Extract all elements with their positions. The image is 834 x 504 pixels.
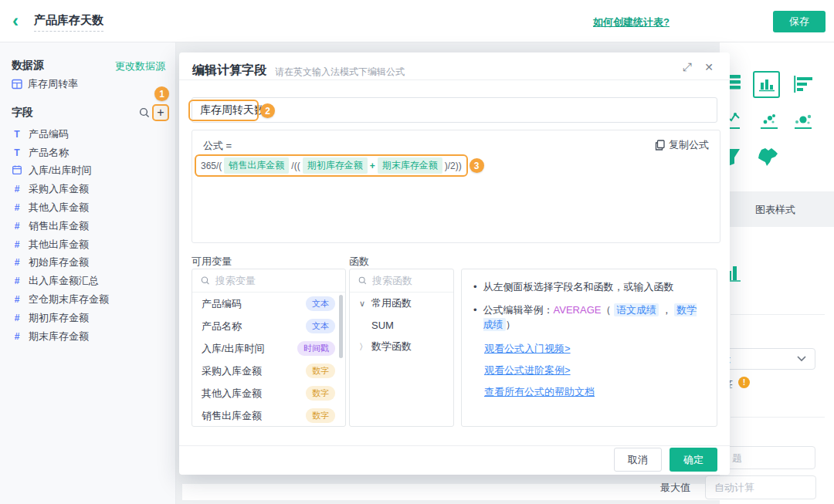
date-field-icon	[12, 165, 22, 177]
formula-token-op: /((	[291, 161, 300, 171]
formula-label: 公式 =	[203, 139, 232, 153]
function-name: SUM	[371, 320, 394, 331]
sidebar-field-item[interactable]: #采购入库金额	[0, 180, 176, 198]
sidebar-field-item[interactable]: #初始库存金额	[0, 254, 176, 272]
china-map-chart-icon[interactable]	[755, 147, 778, 167]
panel-tab-bar: 图表样式	[720, 191, 834, 227]
change-datasource-link[interactable]: 更改数据源	[115, 59, 165, 73]
variable-item[interactable]: 其他入库金额数字	[192, 382, 345, 404]
number-field-icon: #	[12, 184, 22, 194]
max-value-input[interactable]	[705, 475, 816, 499]
close-icon[interactable]: ✕	[704, 61, 714, 73]
variable-type-badge: 数字	[306, 364, 335, 378]
field-name: 入库/出库时间	[29, 164, 92, 178]
formula-editor[interactable]: 公式 = 复制公式 365/(销售出库金额/((期初库存金额+期末库存金额)/2…	[192, 130, 720, 243]
annotation-step-2-badge: 2	[260, 103, 275, 118]
variable-name: 采购入库金额	[202, 364, 262, 378]
search-icon	[201, 276, 210, 286]
max-value-label: 最大值	[660, 481, 690, 495]
confirm-button[interactable]: 确定	[670, 448, 717, 472]
how-to-create-report-link[interactable]: 如何创建统计表?	[593, 15, 670, 29]
function-search[interactable]	[350, 269, 453, 293]
function-search-input[interactable]	[372, 275, 445, 286]
sidebar-field-item[interactable]: #其他出库金额	[0, 235, 176, 254]
variable-item[interactable]: 产品名称文本	[192, 315, 345, 337]
variable-name: 销售出库金额	[202, 409, 262, 423]
variable-item[interactable]: 销售出库金额数字	[192, 404, 345, 427]
sidebar-field-item[interactable]: 入库/出库时间	[0, 162, 176, 181]
chart-canvas-card	[182, 484, 720, 500]
copy-formula-button[interactable]: 复制公式	[655, 138, 709, 152]
add-calculated-field-button[interactable]: +	[152, 104, 169, 121]
variable-item[interactable]: 产品编码文本	[192, 293, 345, 315]
scrollbar-thumb[interactable]	[339, 295, 343, 358]
number-field-icon: #	[12, 202, 22, 213]
bubble-chart-icon[interactable]	[794, 113, 812, 131]
text-field-icon: T	[12, 129, 22, 140]
example-function-name: AVERAGE	[554, 304, 602, 316]
field-name: 产品名称	[29, 146, 69, 160]
help-bullet-1: • 从左侧面板选择字段名和函数，或输入函数	[473, 279, 705, 294]
tab-chart-style[interactable]: 图表样式	[755, 203, 795, 217]
variable-item[interactable]: 采购入库金额数字	[192, 360, 345, 382]
cancel-button[interactable]: 取消	[614, 448, 662, 472]
sidebar-field-item[interactable]: #销售出库金额	[0, 217, 176, 235]
datasource-item-label: 库存周转率	[28, 77, 78, 91]
function-group-label: 常用函数	[371, 296, 412, 310]
function-group[interactable]: 〉数学函数	[350, 336, 453, 357]
fields-section-label: 字段	[12, 106, 33, 120]
dialog-title: 编辑计算字段	[192, 63, 266, 79]
function-item[interactable]: SUM	[350, 314, 453, 336]
formula-expression: 365/(销售出库金额/((期初库存金额+期末库存金额)/2))	[195, 154, 468, 177]
divider	[731, 417, 825, 418]
variable-name: 产品名称	[202, 320, 242, 333]
sidebar-field-item[interactable]: #期初库存金额	[0, 309, 176, 327]
help-bullet-2: • 公式编辑举例：AVERAGE（ 语文成绩 ， 数学成绩）	[473, 303, 705, 332]
field-name: 空仓期末库存金额	[29, 293, 109, 306]
help-link-3[interactable]: 查看所有公式的帮助文档	[484, 384, 705, 400]
divider	[179, 79, 730, 80]
field-name: 销售出库金额	[29, 219, 89, 233]
copy-formula-label: 复制公式	[669, 138, 709, 152]
variable-item[interactable]: 入库/出库时间时间戳	[192, 337, 345, 360]
save-button[interactable]: 保存	[773, 11, 826, 32]
function-group-label: 数学函数	[371, 340, 412, 353]
scatter-chart-icon[interactable]	[760, 113, 778, 131]
help-link-2[interactable]: 观看公式进阶案例>	[484, 362, 705, 378]
variable-name: 入库/出库时间	[202, 342, 265, 356]
sidebar-field-item[interactable]: #出入库金额汇总	[0, 272, 176, 290]
sidebar-field-item[interactable]: #期末库存金额	[0, 327, 176, 346]
formula-token-op: 365/(	[201, 161, 222, 171]
top-bar: ‹ 产品库存天数 如何创建统计表? 保存	[0, 0, 834, 42]
sidebar-field-item[interactable]: #空仓期末库存金额	[0, 290, 176, 309]
field-name: 期末库存金额	[29, 330, 89, 343]
variables-panel: 产品编码文本产品名称文本入库/出库时间时间戳采购入库金额数字其他入库金额数字销售…	[192, 269, 346, 427]
formula-token-field: 期初库存金额	[303, 157, 368, 174]
help-example: 公式编辑举例：AVERAGE（ 语文成绩 ， 数学成绩）	[483, 303, 705, 332]
plus-icon: +	[157, 107, 164, 119]
formula-token-field: 销售出库金额	[224, 157, 289, 174]
help-bullet-1-text: 从左侧面板选择字段名和函数，或输入函数	[483, 279, 674, 294]
number-field-icon: #	[12, 221, 22, 232]
variable-type-badge: 数字	[306, 408, 335, 423]
expand-icon[interactable]: ⤢	[683, 60, 692, 74]
number-field-icon: #	[12, 313, 22, 323]
chevron-right-icon: 〉	[359, 341, 367, 353]
field-name: 其他入库金额	[29, 201, 89, 215]
number-field-icon: #	[12, 294, 22, 305]
sidebar-field-item[interactable]: T产品名称	[0, 144, 176, 162]
variable-search[interactable]	[192, 269, 345, 293]
back-icon[interactable]: ‹	[12, 12, 29, 30]
formula-help-panel: • 从左侧面板选择字段名和函数，或输入函数 • 公式编辑举例：AVERAGE（ …	[461, 269, 717, 427]
variable-search-input[interactable]	[215, 275, 337, 286]
variable-type-badge: 数字	[306, 386, 335, 401]
function-group[interactable]: ∨常用函数	[350, 293, 453, 314]
horizontal-bar-chart-icon[interactable]	[794, 76, 814, 93]
help-link-1[interactable]: 观看公式入门视频>	[484, 340, 705, 357]
datasource-item[interactable]: 库存周转率	[12, 76, 78, 93]
field-name: 初始库存金额	[29, 255, 89, 269]
bar-chart-icon-selected[interactable]	[753, 71, 780, 98]
sidebar-field-item[interactable]: T产品编码	[0, 125, 176, 144]
search-icon[interactable]	[139, 107, 150, 118]
sidebar-field-item[interactable]: #其他入库金额	[0, 198, 176, 217]
